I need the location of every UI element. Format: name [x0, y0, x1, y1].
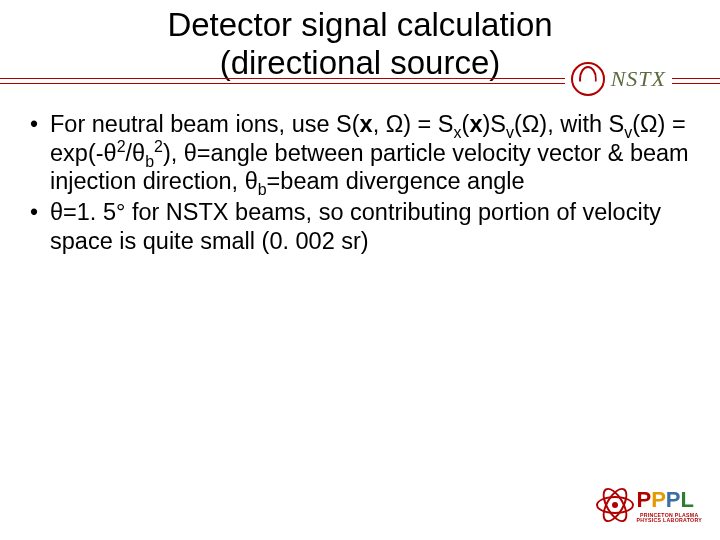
header-rule: NSTX [0, 72, 720, 96]
atom-icon [596, 486, 634, 524]
title-line-1: Detector signal calculation [0, 6, 720, 44]
bullet-item: θ=1. 5° for NSTX beams, so contributing … [28, 198, 698, 255]
pppl-logo: PPPL PRINCETON PLASMAPHYSICS LABORATORY [596, 486, 702, 524]
bullet-item: For neutral beam ions, use S(x, Ω) = Sx(… [28, 110, 698, 196]
nstx-text: NSTX [611, 66, 666, 92]
content-area: For neutral beam ions, use S(x, Ω) = Sx(… [0, 96, 720, 255]
nstx-brand: NSTX [565, 62, 672, 96]
pppl-subtitle: PRINCETON PLASMAPHYSICS LABORATORY [636, 513, 702, 523]
pppl-acronym: PPPL [636, 487, 694, 513]
bullet-list: For neutral beam ions, use S(x, Ω) = Sx(… [28, 110, 698, 255]
nstx-circle-icon [571, 62, 605, 96]
